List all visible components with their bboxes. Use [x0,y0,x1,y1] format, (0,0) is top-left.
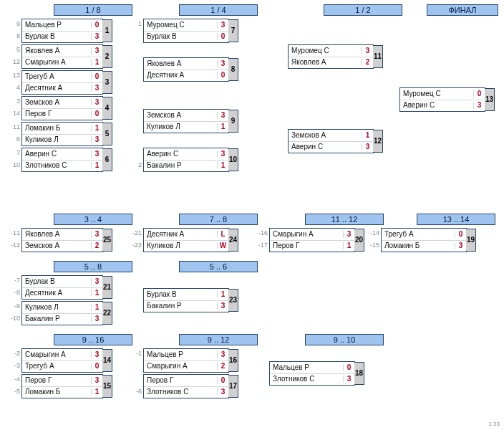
seed-label: -9 [7,303,20,310]
seed-label: 3 [7,98,20,105]
player-score: 0 [91,22,102,29]
seed-label: 14 [7,110,20,117]
match-8[interactable]: Яковлев А3Десятник А08 [143,57,229,82]
match-row: Трегуб А0 [382,229,466,240]
player-name: Трегуб А [22,363,91,370]
match-row: Мальцев Р3 [144,349,228,360]
round-header: 5 .. 8 [54,261,132,272]
seed-label: 1 [129,21,142,27]
match-row: Десятник А1 [22,287,102,300]
player-score: 0 [217,33,228,40]
player-score: 0 [91,73,102,80]
match-row: Бурлак В3 [22,31,102,43]
player-score: 0 [91,110,102,118]
player-name: Бурлак В [144,33,217,40]
match-number: 18 [354,362,364,385]
player-name: Бурлак В [22,278,91,285]
match-row: Перов Г0 [22,108,102,120]
match-row: Яковлев А3 [22,229,102,240]
player-name: Земсков А [22,99,91,106]
match-number: 7 [228,19,238,42]
seed-label: 6 [7,136,20,143]
match-12[interactable]: Земсков А1Аверин С312 [288,129,374,153]
match-row: Муромец С0 [400,88,485,100]
player-score: 1 [217,162,228,169]
match-21[interactable]: Бурлак В3Десятник А121 [21,275,103,300]
seed-label: -10 [7,315,20,322]
player-name: Злотников С [22,162,91,169]
player-score: 3 [473,102,485,109]
match-row: Муромец С3 [144,19,228,31]
match-1[interactable]: Мальцев Р0Бурлак В31 [21,19,103,43]
player-name: Муромец С [289,47,362,54]
match-row: Злотников С3 [144,386,228,398]
player-score: 3 [343,376,354,383]
match-10[interactable]: Аверин С3Бакалин Р110 [143,148,229,172]
match-20[interactable]: Смарыгин А3Перов Г120 [269,228,355,252]
match-13[interactable]: Муромец С0Аверин С313 [399,87,485,112]
player-name: Бурлак В [144,291,217,298]
seed-label: 5 [7,47,20,53]
seed-label: -8 [7,290,20,296]
match-number: 1 [102,19,112,42]
match-5[interactable]: Ломакин Б1Куликов Л35 [21,122,103,146]
match-row: Смарыгин А2 [144,360,228,373]
seed-label: 9 [7,21,20,27]
seed-label: 7 [7,150,20,156]
seed-label: -7 [7,277,20,284]
player-name: Яковлев А [289,59,362,66]
match-row: Десятник А0 [144,70,228,82]
player-name: Перов Г [270,242,343,249]
match-19[interactable]: Трегуб А0Ломакин Б319 [381,228,467,252]
seed-label: -1 [129,350,142,357]
match-row: Аверин С3 [144,148,228,160]
player-name: Мальцев Р [22,22,91,29]
match-17[interactable]: Перов Г0Злотников С317 [143,374,229,398]
player-score: 0 [91,363,102,370]
match-25[interactable]: Яковлев А3Земсков А225 [21,228,103,252]
seed-label: -22 [129,242,142,249]
player-score: 3 [91,351,102,358]
round-header: 1 / 4 [179,4,258,16]
player-name: Земсков А [22,242,91,249]
player-score: 3 [217,60,228,67]
player-name: Куликов Л [144,123,217,130]
player-name: Мальцев Р [270,364,343,371]
match-row: Земсков А1 [289,130,373,141]
match-4[interactable]: Земсков А3Перов Г04 [21,96,103,120]
player-name: Ломакин Б [22,388,91,396]
match-3[interactable]: Трегуб А0Десятник А33 [21,70,103,95]
match-23[interactable]: Бурлак В1Бакалин Р323 [143,288,229,312]
match-2[interactable]: Яковлев А3Смарыгин А12 [21,44,103,69]
match-15[interactable]: Перов Г3Ломакин Б115 [21,374,103,398]
player-name: Перов Г [22,110,91,118]
match-22[interactable]: Куликов Л1Бакалин Р322 [21,301,103,325]
player-score: 1 [343,242,354,249]
match-11[interactable]: Муромец С3Яковлев А211 [288,44,374,69]
match-7[interactable]: Муромец С3Бурлак В07 [143,19,229,43]
match-row: Смарыгин А3 [270,229,354,240]
player-name: Куликов Л [22,136,91,143]
player-name: Трегуб А [22,73,91,80]
match-row: Яковлев А3 [144,58,228,70]
match-number: 25 [102,229,112,252]
match-row: Десятник А3 [22,82,102,95]
player-name: Десятник А [144,231,217,238]
seed-label: -6 [129,388,142,395]
round-header: ФИНАЛ [427,4,498,16]
match-6[interactable]: Аверин С3Злотников С16 [21,148,103,172]
match-9[interactable]: Земсков А3Куликов Л19 [143,109,229,133]
match-18[interactable]: Мальцев Р0Злотников С318 [269,361,355,386]
match-16[interactable]: Мальцев Р3Смарыгин А216 [143,348,229,373]
player-name: Бакалин Р [144,162,217,169]
match-14[interactable]: Смарыгин А3Трегуб А014 [21,348,103,373]
round-header: 5 .. 6 [179,261,258,272]
match-row: Ломакин Б1 [22,386,102,398]
player-name: Десятник А [144,72,217,79]
player-name: Ломакин Б [22,125,91,132]
seed-label: 12 [7,59,20,65]
match-row: Аверин С3 [400,100,485,112]
match-row: Куликов Л1 [144,121,228,133]
match-24[interactable]: Десятник АLКуликов ЛW24 [143,228,229,252]
player-score: 0 [455,231,466,238]
